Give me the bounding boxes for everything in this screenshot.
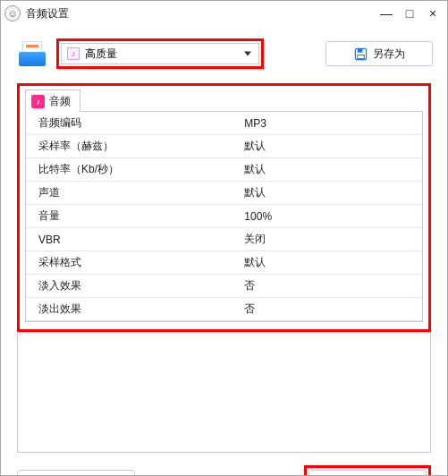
audio-tab-icon: ♪ [31, 95, 45, 108]
maximize-button[interactable]: □ [401, 6, 418, 21]
setting-value[interactable]: 否 [232, 275, 422, 298]
preset-selected-label: 高质量 [85, 47, 117, 62]
panel-blank-area [17, 332, 431, 453]
table-row[interactable]: 采样格式默认 [26, 251, 422, 275]
settings-highlight: ♪ 音频 音频编码MP3 采样率（赫兹）默认 比特率（Kb/秒）默认 声道默认 … [17, 83, 431, 332]
setting-value[interactable]: 默认 [232, 251, 422, 275]
setting-value[interactable]: 默认 [232, 158, 422, 182]
tab-audio[interactable]: ♪ 音频 [25, 89, 80, 112]
dialog-buttons: 取消 确定 [1, 453, 447, 476]
setting-key: 声道 [26, 182, 232, 205]
setting-key: 音频编码 [26, 112, 232, 135]
setting-key: VBR [26, 228, 232, 251]
preset-row: ♪ 高质量 另存为 [1, 26, 447, 78]
setting-key: 采样率（赫兹） [26, 135, 232, 158]
setting-value[interactable]: 关闭 [232, 228, 422, 251]
svg-rect-2 [357, 55, 364, 58]
table-row[interactable]: 声道默认 [26, 182, 422, 205]
table-row[interactable]: 采样率（赫兹）默认 [26, 135, 422, 158]
table-row[interactable]: 比特率（Kb/秒）默认 [26, 158, 422, 182]
save-as-button[interactable]: 另存为 [325, 41, 433, 66]
table-row[interactable]: 音量100% [26, 205, 422, 228]
setting-key: 采样格式 [26, 251, 232, 275]
close-button[interactable]: × [424, 6, 442, 21]
setting-key: 音量 [26, 205, 232, 228]
table-row[interactable]: 音频编码MP3 [26, 112, 422, 135]
preset-select[interactable]: ♪ 高质量 [61, 43, 259, 64]
chevron-down-icon [244, 52, 251, 56]
audio-tab-label: 音频 [49, 94, 71, 109]
setting-value[interactable]: 否 [232, 298, 422, 321]
titlebar: ☺ 音频设置 — □ × [1, 1, 447, 26]
music-note-icon: ♪ [67, 47, 80, 60]
table-row[interactable]: 淡入效果否 [26, 275, 422, 298]
floppy-disk-icon [354, 47, 368, 61]
setting-value[interactable]: 默认 [232, 182, 422, 205]
setting-key: 比特率（Kb/秒） [26, 158, 232, 182]
setting-key: 淡出效果 [26, 298, 232, 321]
setting-value[interactable]: 默认 [232, 135, 422, 158]
tray-icon [17, 41, 47, 66]
preset-highlight: ♪ 高质量 [56, 38, 264, 69]
app-icon: ☺ [4, 5, 21, 21]
cancel-button[interactable]: 取消 [17, 470, 135, 476]
setting-key: 淡入效果 [26, 275, 232, 298]
save-as-label: 另存为 [373, 47, 405, 62]
ok-highlight: 确定 [304, 465, 431, 476]
table-row[interactable]: VBR关闭 [26, 228, 422, 251]
ok-button[interactable]: 确定 [309, 470, 427, 476]
setting-value[interactable]: 100% [232, 205, 422, 228]
minimize-button[interactable]: — [377, 6, 395, 21]
window-title: 音频设置 [26, 6, 69, 21]
table-row[interactable]: 淡出效果否 [26, 298, 422, 321]
svg-rect-1 [357, 48, 362, 52]
settings-table: 音频编码MP3 采样率（赫兹）默认 比特率（Kb/秒）默认 声道默认 音量100… [25, 111, 423, 322]
setting-value[interactable]: MP3 [232, 112, 422, 135]
